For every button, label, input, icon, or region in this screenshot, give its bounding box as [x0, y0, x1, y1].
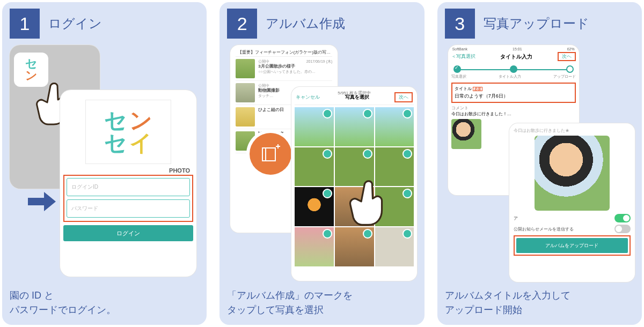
preview-header: 今日はお散歩に行きました★	[514, 128, 631, 133]
photo-cell[interactable]	[375, 107, 414, 146]
photo-cell[interactable]	[295, 227, 334, 266]
next-button[interactable]: 次へ	[558, 52, 576, 61]
upload-button[interactable]: アルバムをアップロード	[516, 238, 628, 253]
step-title: ログイン	[48, 15, 102, 32]
app-logo: セン セイ	[85, 100, 171, 164]
progress-stepper	[453, 65, 574, 73]
photo-preview	[535, 136, 610, 211]
photo-cell[interactable]	[295, 147, 334, 187]
album-plus-icon	[260, 143, 281, 165]
upload-highlight: アルバムをアップロード	[514, 235, 631, 256]
svg-rect-0	[262, 148, 275, 161]
photo-cell[interactable]	[375, 227, 414, 266]
login-button[interactable]: ログイン	[63, 225, 193, 241]
step-number: 1	[10, 9, 40, 39]
feed-header: 【重要】フィーチャーフォン(ガラケー)版の写…	[236, 48, 332, 57]
phone-upload: 今日はお散歩に行きました★ ア 公開お知らせメールを送信する アルバムをアップロ…	[509, 123, 635, 282]
step-header: 3 写真アップロード	[445, 9, 634, 39]
toggle-switch[interactable]	[614, 225, 631, 233]
login-form-highlight: ログインID パスワード	[63, 175, 193, 222]
step-labels: 写真選択タイトル入力アップロード	[451, 74, 576, 83]
step-caption: アルバムタイトルを入力して アップロード開始	[445, 288, 634, 317]
step-header: 1 ログイン	[10, 9, 199, 39]
photo-cell[interactable]	[335, 227, 374, 266]
title-navbar: ＜写真選択 タイトル入力 次へ	[451, 52, 576, 61]
step-card-1: 1 ログイン セン セン セイ PHOTO ログインID パスワード ログイン …	[2, 2, 207, 325]
tap-hand-icon	[348, 178, 389, 229]
toggle-row: ア	[514, 214, 631, 222]
step-card-2: 2 アルバム作成 【重要】フィーチャーフォン(ガラケー)版の写… 公開中 201…	[219, 2, 424, 325]
step-header: 2 アルバム作成	[227, 9, 416, 39]
required-badge: 必須	[473, 87, 482, 91]
step-caption: 園の ID と パスワードでログイン。	[10, 288, 199, 317]
phone-login: セン セイ PHOTO ログインID パスワード ログイン	[60, 90, 196, 277]
step-dot-done	[453, 65, 461, 73]
comment-input[interactable]: 今日はお散歩に行きました！…	[451, 111, 576, 117]
password-input[interactable]: パスワード	[67, 199, 190, 218]
photo-thumbnail	[451, 119, 481, 149]
step-dot-pending	[566, 65, 574, 73]
toggle-row: 公開お知らせメールを送信する	[514, 225, 631, 233]
brand-sublabel: PHOTO	[67, 167, 190, 174]
selection-counter: 5/951 枚を選択中	[291, 90, 417, 96]
title-label: タイトル	[455, 86, 472, 91]
illustration-stage: セン セン セイ PHOTO ログインID パスワード ログイン	[10, 42, 199, 284]
illustration-stage: 【重要】フィーチャーフォン(ガラケー)版の写… 公開中 2017/06/19 (…	[227, 42, 416, 284]
login-id-input[interactable]: ログインID	[67, 178, 190, 196]
photo-cell[interactable]	[295, 187, 334, 226]
feed-item[interactable]: 公開中 2017/06/19 (木)3月公園散歩の様子○○公園へいってきました。…	[236, 57, 332, 81]
photo-cell[interactable]	[295, 107, 334, 146]
step-title: 写真アップロード	[484, 15, 589, 32]
illustration-stage: SoftBank15:0162% ＜写真選択 タイトル入力 次へ 写真選択タイト…	[445, 42, 634, 284]
arrow-icon	[28, 192, 56, 211]
photo-cell[interactable]	[335, 107, 374, 146]
create-album-badge[interactable]	[250, 133, 291, 175]
step-number: 2	[227, 9, 257, 39]
step-caption: 「アルバム作成」のマークを タップして写真を選択	[227, 288, 416, 317]
step-title: アルバム作成	[266, 15, 345, 32]
title-field-highlight: タイトル必須 日常のようす（7月6日）	[451, 83, 576, 103]
back-button[interactable]: ＜写真選択	[451, 53, 475, 60]
toggle-switch[interactable]	[614, 214, 631, 222]
step-card-3: 3 写真アップロード SoftBank15:0162% ＜写真選択 タイトル入力…	[437, 2, 642, 325]
status-bar: SoftBank15:0162%	[451, 47, 576, 51]
nav-title: タイトル入力	[500, 53, 532, 61]
step-number: 3	[445, 9, 475, 39]
comment-label: コメント	[451, 105, 576, 111]
title-input[interactable]: 日常のようす（7月6日）	[455, 92, 573, 100]
step-dot-current	[510, 65, 517, 73]
